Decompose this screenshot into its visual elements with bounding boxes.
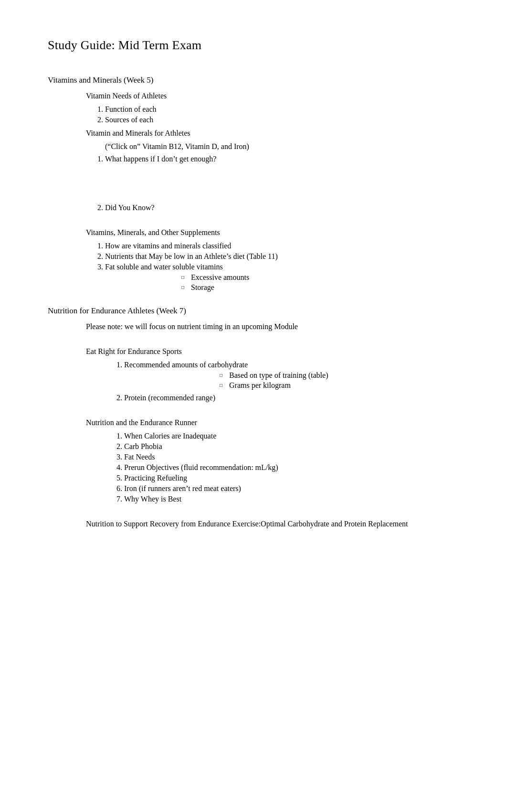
subsection-eat-right: Eat Right for Endurance Sports Recommend… [48, 347, 459, 402]
list-item: Fat soluble and water soluble vitamins E… [105, 263, 459, 292]
eat-right-title: Eat Right for Endurance Sports [86, 347, 459, 356]
recovery-title: Nutrition to Support Recovery from Endur… [86, 520, 459, 528]
vitamin-needs-list: Function of each Sources of each [105, 105, 459, 124]
supplements-title: Vitamins, Minerals, and Other Supplement… [86, 228, 459, 237]
subsection-recovery: Nutrition to Support Recovery from Endur… [48, 520, 459, 528]
list-item: Storage [181, 283, 459, 292]
runner-list: When Calories are Inadequate Carb Phobia… [124, 432, 459, 503]
page-title: Study Guide: Mid Term Exam [48, 38, 459, 53]
section-vitamins: Vitamins and Minerals (Week 5) Vitamin N… [48, 75, 459, 292]
spacer [48, 508, 459, 515]
spacer [48, 217, 459, 224]
supplements-list: How are vitamins and minerals classified… [105, 242, 459, 292]
list-item: Iron (if runners aren’t red meat eaters) [124, 484, 459, 493]
subsection-vitamin-minerals: Vitamin and Minerals for Athletes (“Clic… [48, 129, 459, 212]
section-vitamins-header: Vitamins and Minerals (Week 5) [48, 75, 459, 85]
list-item: Function of each [105, 105, 459, 114]
spacer [48, 407, 459, 414]
list-item: Prerun Objectives (fluid recommendation:… [124, 463, 459, 472]
vitamin-minerals-note: (“Click on” Vitamin B12, Vitamin D, and … [105, 142, 459, 151]
list-item: Did You Know? [105, 203, 459, 212]
endurance-note: Please note: we will focus on nutrient t… [86, 322, 459, 331]
spacer [48, 336, 459, 342]
list-item: Protein (recommended range) [124, 394, 459, 402]
list-item: Sources of each [105, 116, 459, 124]
vitamin-minerals-title: Vitamin and Minerals for Athletes [86, 129, 459, 138]
subsection-supplements: Vitamins, Minerals, and Other Supplement… [48, 228, 459, 292]
supplements-subitems: Excessive amounts Storage [181, 273, 459, 292]
list-item: Practicing Refueling [124, 474, 459, 482]
subsection-vitamin-needs: Vitamin Needs of Athletes Function of ea… [48, 92, 459, 124]
subsection-runner: Nutrition and the Endurance Runner When … [48, 418, 459, 503]
list-item: Why Whey is Best [124, 495, 459, 503]
list-item: What happens if I don’t get enough? [105, 155, 459, 202]
list-item: Recommended amounts of carbohydrate Base… [124, 361, 459, 390]
list-item: Based on type of training (table) [220, 371, 459, 380]
runner-title: Nutrition and the Endurance Runner [86, 418, 459, 427]
list-item: Grams per kilogram [220, 381, 459, 390]
section-endurance: Nutrition for Endurance Athletes (Week 7… [48, 306, 459, 528]
list-item: Excessive amounts [181, 273, 459, 282]
section-endurance-header: Nutrition for Endurance Athletes (Week 7… [48, 306, 459, 316]
list-item: When Calories are Inadequate [124, 432, 459, 440]
list-item: Fat Needs [124, 453, 459, 461]
vitamin-minerals-list: What happens if I don’t get enough? Did … [105, 155, 459, 212]
carb-subitems: Based on type of training (table) Grams … [220, 371, 459, 390]
list-item: Nutrients that May be low in an Athlete’… [105, 252, 459, 261]
list-item: Carb Phobia [124, 442, 459, 451]
vitamin-needs-title: Vitamin Needs of Athletes [86, 92, 459, 100]
page-container: Study Guide: Mid Term Exam Vitamins and … [0, 0, 507, 571]
eat-right-list: Recommended amounts of carbohydrate Base… [124, 361, 459, 402]
list-item: How are vitamins and minerals classified [105, 242, 459, 250]
